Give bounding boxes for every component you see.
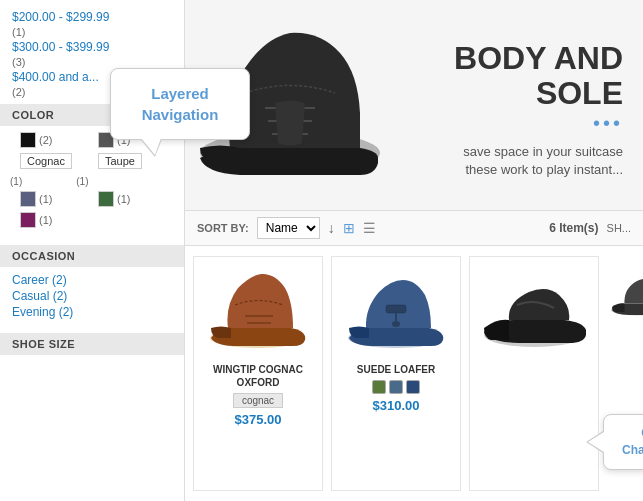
product-name-2: SUEDE LOAFER bbox=[340, 363, 452, 376]
banner-subtitle-line1: save space in your suitcase bbox=[463, 144, 623, 159]
product-shoe-svg-3 bbox=[479, 270, 589, 350]
banner-subtitle: save space in your suitcase these work t… bbox=[425, 143, 623, 179]
color-row-3: (1) (1) bbox=[10, 191, 174, 209]
product-swatches-2 bbox=[340, 380, 452, 394]
color-swatch-green bbox=[98, 191, 114, 207]
color-count-slate: (1) bbox=[39, 193, 52, 205]
swatch-green[interactable] bbox=[372, 380, 386, 394]
change-image-text: Click toChange Image bbox=[622, 426, 643, 457]
occasion-section-label: OCCASION bbox=[0, 245, 184, 267]
sort-arrow-icon[interactable]: ↓ bbox=[328, 220, 335, 236]
occasion-list: Career (2) Casual (2) Evening (2) bbox=[0, 267, 184, 327]
product-price-2: $310.00 bbox=[340, 398, 452, 413]
banner-title-line1: BODY AND bbox=[454, 40, 623, 76]
sort-by-label: SORT BY: bbox=[197, 222, 249, 234]
product-img-2 bbox=[341, 265, 451, 355]
shoe-size-section-label: SHOE SIZE bbox=[0, 333, 184, 355]
occasion-evening-link[interactable]: Evening (2) bbox=[12, 305, 73, 319]
product-grid: WINGTIP COGNAC OXFORD cognac $375.00 SUE… bbox=[185, 246, 643, 501]
banner-subtitle-line2: these work to play instant... bbox=[465, 162, 623, 177]
product-shoe-svg-2 bbox=[341, 270, 451, 350]
price-item-1[interactable]: $200.00 - $299.99 bbox=[0, 8, 184, 26]
occasion-career[interactable]: Career (2) bbox=[12, 273, 172, 287]
product-shoe-svg-4 bbox=[607, 256, 643, 336]
product-img-1 bbox=[203, 265, 313, 355]
main-content: BODY AND SOLE ••• save space in your sui… bbox=[185, 0, 643, 501]
banner: BODY AND SOLE ••• save space in your sui… bbox=[185, 0, 643, 210]
color-swatch-slate bbox=[20, 191, 36, 207]
product-name-1: WINGTIP COGNAC OXFORD bbox=[202, 363, 314, 389]
price-link-3[interactable]: $400.00 and a... bbox=[12, 70, 99, 84]
price-count-2: (3) bbox=[0, 56, 184, 68]
grid-view-icon[interactable]: ⊞ bbox=[343, 220, 355, 236]
banner-dots: ••• bbox=[425, 112, 623, 135]
color-item-black1[interactable]: (2) bbox=[20, 132, 90, 148]
item-count: 6 Item(s) bbox=[549, 221, 598, 235]
occasion-casual[interactable]: Casual (2) bbox=[12, 289, 172, 303]
svg-rect-8 bbox=[386, 305, 406, 313]
color-count-black1: (2) bbox=[39, 134, 52, 146]
callout-arrow bbox=[588, 432, 604, 452]
swatch-teal[interactable] bbox=[389, 380, 403, 394]
price-link-2[interactable]: $300.00 - $399.99 bbox=[12, 40, 109, 54]
toolbar: SORT BY: Name ↓ ⊞ ☰ 6 Item(s) SH... bbox=[185, 210, 643, 246]
change-image-callout: Click toChange Image bbox=[603, 414, 643, 470]
color-swatch-purple bbox=[20, 212, 36, 228]
price-count-1: (1) bbox=[0, 26, 184, 38]
color-row-4: (1) bbox=[10, 212, 174, 230]
color-badge-cognac[interactable]: Cognac bbox=[20, 153, 72, 169]
price-link-1[interactable]: $200.00 - $299.99 bbox=[12, 10, 109, 24]
color-swatch-black1 bbox=[20, 132, 36, 148]
color-item-purple[interactable]: (1) bbox=[20, 212, 90, 228]
price-item-2[interactable]: $300.00 - $399.99 bbox=[0, 38, 184, 56]
product-card-1: WINGTIP COGNAC OXFORD cognac $375.00 bbox=[193, 256, 323, 491]
product-img-3 bbox=[479, 265, 589, 355]
occasion-evening[interactable]: Evening (2) bbox=[12, 305, 172, 319]
callout-box: Layered Navigation bbox=[110, 68, 250, 140]
svg-point-10 bbox=[392, 321, 400, 327]
color-badge-taupe[interactable]: Taupe bbox=[98, 153, 142, 169]
list-view-icon[interactable]: ☰ bbox=[363, 220, 376, 236]
callout-text: Layered Navigation bbox=[142, 85, 219, 123]
product-shoe-svg-1 bbox=[203, 270, 313, 350]
color-count-green: (1) bbox=[117, 193, 130, 205]
sort-select[interactable]: Name bbox=[257, 217, 320, 239]
color-count-purple: (1) bbox=[39, 214, 52, 226]
product-card-3: Click toChange Image bbox=[469, 256, 599, 491]
banner-text-area: BODY AND SOLE ••• save space in your sui… bbox=[395, 21, 643, 189]
banner-title-line2: SOLE bbox=[536, 75, 623, 111]
occasion-career-link[interactable]: Career (2) bbox=[12, 273, 67, 287]
color-item-cognac[interactable]: Cognac bbox=[20, 153, 90, 169]
swatch-blue[interactable] bbox=[406, 380, 420, 394]
product-card-2: SUEDE LOAFER $310.00 bbox=[331, 256, 461, 491]
color-item-slate[interactable]: (1) bbox=[20, 191, 90, 207]
occasion-casual-link[interactable]: Casual (2) bbox=[12, 289, 67, 303]
show-label: SH... bbox=[607, 222, 631, 234]
product-color-badge-1: cognac bbox=[233, 393, 283, 408]
color-item-green[interactable]: (1) bbox=[98, 191, 168, 207]
banner-title: BODY AND SOLE bbox=[425, 41, 623, 111]
layered-navigation-callout: Layered Navigation bbox=[110, 68, 250, 140]
product-img-4 bbox=[607, 256, 643, 336]
product-price-1: $375.00 bbox=[202, 412, 314, 427]
